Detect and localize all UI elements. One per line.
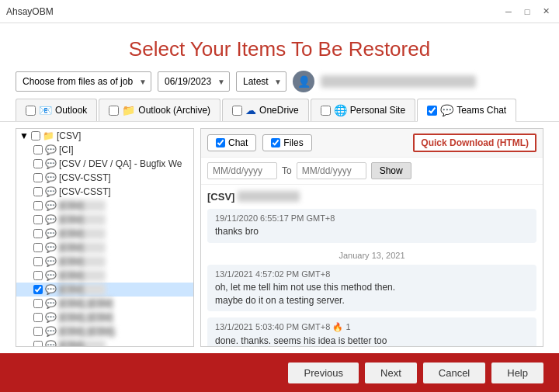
tree-item-csv5[interactable]: 💬 [CSV] — [16, 255, 193, 269]
tree-chat-icon-csv2: 💬 — [45, 214, 57, 225]
title-bar: AhsayOBM ─ □ ✕ — [0, 0, 559, 23]
chat-checkbox[interactable] — [216, 138, 225, 147]
cancel-button[interactable]: Cancel — [423, 363, 485, 383]
tree-checkbox-csv4[interactable] — [33, 243, 43, 252]
previous-button[interactable]: Previous — [288, 363, 359, 383]
tab-teams-chat[interactable]: 💬 Teams Chat — [417, 99, 516, 122]
tree-chat-icon-csv6: 💬 — [45, 270, 57, 281]
tree-checkbox-csv-single[interactable] — [33, 341, 43, 347]
tree-checkbox-csv6[interactable] — [33, 271, 43, 280]
chat-toggle-btn[interactable]: Chat — [207, 134, 256, 151]
tree-item-csv6[interactable]: 💬 [CSV] — [16, 269, 193, 283]
tree-item-csv-root[interactable]: ▼ 📁 [CSV] — [16, 129, 193, 143]
tab-personal-site[interactable]: 🌐 Personal Site — [311, 99, 415, 121]
tab-teams-chat-checkbox[interactable] — [427, 106, 437, 116]
tree-item-csv7[interactable]: 💬 [CSV] — [16, 283, 193, 297]
tree-item-csst2[interactable]: 💬 [CSV-CSST] — [16, 185, 193, 199]
tree-checkbox-csv-pair1[interactable] — [33, 299, 43, 308]
tree-chat-icon-csst2: 💬 — [45, 186, 57, 197]
tree-checkbox-csv-root[interactable] — [31, 131, 40, 140]
files-checkbox[interactable] — [271, 138, 280, 147]
tree-checkbox-csv-pair3[interactable] — [33, 327, 43, 336]
tab-personal-site-checkbox[interactable] — [321, 106, 331, 116]
tree-checkbox-csv7[interactable] — [33, 285, 43, 294]
outlook-archive-icon: 📁 — [122, 104, 135, 116]
tree-label-csv1: [CSV] — [59, 200, 106, 211]
tab-teams-chat-label: Teams Chat — [457, 105, 506, 116]
files-label: Files — [283, 137, 303, 148]
tab-outlook[interactable]: 📧 Outlook — [16, 99, 97, 121]
tree-item-csv4[interactable]: 💬 [CSV] — [16, 241, 193, 255]
tree-item-csv-pair2[interactable]: 💬 [CSV], [CSV] — [16, 310, 193, 324]
main-content: Select Your Items To Be Restored Choose … — [0, 23, 559, 353]
chat-label: Chat — [228, 137, 248, 148]
tree-item-csv-pair1[interactable]: 💬 [CSV], [CSV] — [16, 297, 193, 310]
tree-checkbox-csv5[interactable] — [33, 257, 43, 266]
chat-message-2: 13/1/2021 4:57:02 PM GMT+8 oh, let me te… — [207, 265, 536, 312]
tree-item-csv1[interactable]: 💬 [CSV] — [16, 199, 193, 213]
chat-header-blurred — [238, 191, 300, 202]
tree-panel[interactable]: ▼ 📁 [CSV] 💬 [CI] 💬 [CSV / DEV / QA] - Bu… — [16, 128, 194, 347]
date-to-label: To — [282, 165, 292, 176]
tab-outlook-archive-label: Outlook (Archive) — [138, 105, 210, 116]
tree-checkbox-csv3[interactable] — [33, 229, 43, 238]
job-select[interactable]: Choose from files as of job — [16, 71, 151, 92]
files-toggle-btn[interactable]: Files — [262, 134, 311, 151]
maximize-button[interactable]: □ — [520, 5, 534, 19]
toolbar: Choose from files as of job ▼ 06/19/2023… — [0, 71, 559, 99]
tree-label-ci: [CI] — [59, 144, 74, 155]
chat-header: [CSV] — [207, 191, 536, 203]
tree-item-csv2[interactable]: 💬 [CSV] — [16, 213, 193, 227]
show-button[interactable]: Show — [371, 162, 411, 179]
close-button[interactable]: ✕ — [539, 5, 553, 19]
tree-item-csv3[interactable]: 💬 [CSV] — [16, 227, 193, 241]
tab-outlook-archive[interactable]: 📁 Outlook (Archive) — [99, 99, 220, 121]
quick-download-button[interactable]: Quick Download (HTML) — [413, 134, 536, 152]
tree-chat-icon-csv5: 💬 — [45, 256, 57, 267]
date-from-input[interactable] — [207, 162, 277, 179]
chat-header-text: [CSV] — [207, 191, 234, 203]
tree-checkbox-dev-qa[interactable] — [33, 159, 43, 168]
tab-outlook-checkbox[interactable] — [26, 106, 36, 116]
help-button[interactable]: Help — [491, 363, 543, 383]
latest-select[interactable]: Latest — [236, 71, 286, 92]
tree-item-csv-single[interactable]: 💬 [CSV], — [16, 338, 193, 347]
tree-checkbox-csv2[interactable] — [33, 215, 43, 224]
app-title: AhsayOBM — [6, 6, 54, 17]
content-area: ▼ 📁 [CSV] 💬 [CI] 💬 [CSV / DEV / QA] - Bu… — [0, 122, 559, 353]
minimize-button[interactable]: ─ — [502, 5, 516, 19]
chat-message-3: 13/1/2021 5:03:40 PM GMT+8 🔥 1 done. tha… — [207, 317, 536, 346]
chat-message-2-text: oh, let me tell him not use this method … — [215, 281, 529, 307]
tree-label-csv6: [CSV] — [59, 270, 106, 281]
next-button[interactable]: Next — [365, 363, 417, 383]
date-select[interactable]: 06/19/2023 — [158, 71, 230, 92]
tree-label-csv3: [CSV] — [59, 228, 106, 239]
tab-outlook-archive-checkbox[interactable] — [109, 106, 119, 116]
tree-label-csv5: [CSV] — [59, 256, 106, 267]
tree-checkbox-csv-pair2[interactable] — [33, 313, 43, 322]
user-icon[interactable]: 👤 — [293, 71, 314, 92]
tree-checkbox-csv1[interactable] — [33, 201, 43, 210]
tree-item-csv-pair3[interactable]: 💬 [CSV], [CSV], — [16, 324, 193, 338]
user-name-blurred — [321, 75, 476, 88]
tree-chat-icon-ci: 💬 — [45, 144, 57, 155]
tree-chat-icon-csv1: 💬 — [45, 200, 57, 211]
tree-chat-icon-csv-pair3: 💬 — [45, 326, 57, 337]
tree-checkbox-csst1[interactable] — [33, 173, 43, 182]
tab-onedrive-checkbox[interactable] — [232, 106, 242, 116]
page-title: Select Your Items To Be Restored — [0, 23, 559, 71]
tree-checkbox-ci[interactable] — [33, 145, 43, 154]
chat-message-3-meta: 13/1/2021 5:03:40 PM GMT+8 🔥 1 — [215, 322, 529, 332]
tab-onedrive[interactable]: ☁ OneDrive — [222, 99, 309, 121]
tree-label-csst1: [CSV-CSST] — [59, 172, 111, 183]
right-toolbar: Chat Files Quick Download (HTML) — [201, 129, 543, 158]
tree-checkbox-csst2[interactable] — [33, 187, 43, 196]
tree-chat-icon-csst1: 💬 — [45, 172, 57, 183]
date-to-input[interactable] — [297, 162, 366, 179]
tree-item-csst1[interactable]: 💬 [CSV-CSST] — [16, 171, 193, 185]
tree-label-csv4: [CSV] — [59, 242, 106, 253]
tab-personal-site-label: Personal Site — [350, 105, 405, 116]
tree-item-dev-qa[interactable]: 💬 [CSV / DEV / QA] - Bugfix We — [16, 157, 193, 171]
tree-label-csv7: [CSV] — [59, 284, 106, 295]
tree-item-ci[interactable]: 💬 [CI] — [16, 143, 193, 157]
